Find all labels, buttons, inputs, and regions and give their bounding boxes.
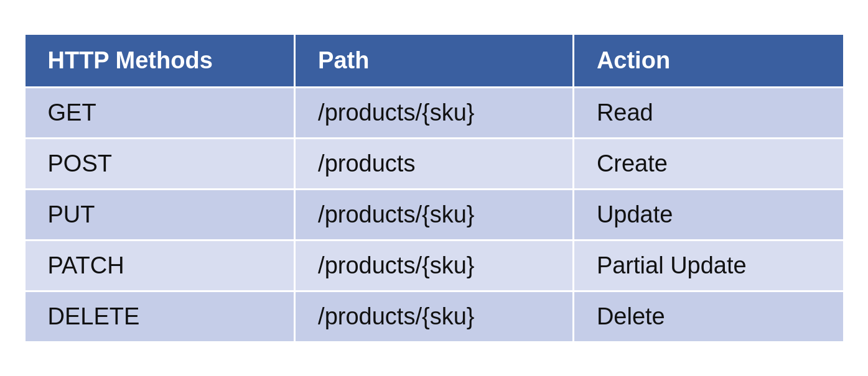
cell-action: Delete bbox=[573, 291, 844, 342]
cell-action: Partial Update bbox=[573, 241, 844, 291]
table-header-row: HTTP Methods Path Action bbox=[24, 34, 844, 88]
table-wrapper: HTTP Methods Path Action GET/products/{s… bbox=[24, 33, 845, 343]
cell-path: /products/{sku} bbox=[295, 291, 574, 342]
cell-method: POST bbox=[24, 139, 295, 190]
table-row: DELETE/products/{sku}Delete bbox=[24, 291, 844, 342]
header-method: HTTP Methods bbox=[24, 34, 295, 88]
header-action: Action bbox=[573, 34, 844, 88]
cell-path: /products/{sku} bbox=[295, 190, 574, 241]
cell-method: PATCH bbox=[24, 241, 295, 291]
cell-action: Update bbox=[573, 190, 844, 241]
table-row: GET/products/{sku}Read bbox=[24, 88, 844, 139]
table-row: PUT/products/{sku}Update bbox=[24, 190, 844, 241]
cell-action: Read bbox=[573, 88, 844, 139]
table-row: POST/productsCreate bbox=[24, 139, 844, 190]
cell-method: GET bbox=[24, 88, 295, 139]
cell-path: /products/{sku} bbox=[295, 88, 574, 139]
cell-action: Create bbox=[573, 139, 844, 190]
http-methods-table: HTTP Methods Path Action GET/products/{s… bbox=[24, 33, 845, 343]
cell-method: PUT bbox=[24, 190, 295, 241]
header-path: Path bbox=[295, 34, 574, 88]
cell-path: /products bbox=[295, 139, 574, 190]
table-row: PATCH/products/{sku}Partial Update bbox=[24, 241, 844, 291]
cell-method: DELETE bbox=[24, 291, 295, 342]
cell-path: /products/{sku} bbox=[295, 241, 574, 291]
